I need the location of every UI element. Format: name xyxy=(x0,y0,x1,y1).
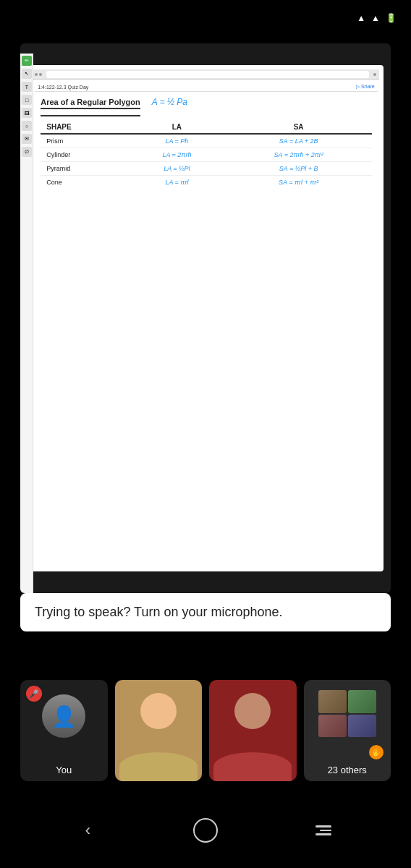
you-avatar: 👤 xyxy=(42,694,85,738)
table-row: Cylinder LA = 2πrh SA = 2πrh + 2πr² xyxy=(41,148,372,162)
browser-address-bar[interactable] xyxy=(46,71,369,78)
battery-icon: 🔋 xyxy=(386,13,397,23)
signal-icon: ▲ xyxy=(371,13,380,23)
cell-la-1: LA = 2πrh xyxy=(128,148,225,162)
sidebar-text-icon[interactable]: T xyxy=(27,82,32,92)
others-label: 23 others xyxy=(304,760,391,781)
notification-message: Trying to speak? Turn on your microphone… xyxy=(35,605,283,619)
recents-button[interactable] xyxy=(308,814,339,846)
recents-icon xyxy=(315,825,331,835)
others-cell-1 xyxy=(318,690,347,713)
jamboard-share-btn[interactable]: ▷ Share xyxy=(356,84,375,90)
sidebar-image-icon[interactable]: 🖼 xyxy=(27,108,32,118)
notification-bar: Trying to speak? Turn on your microphone… xyxy=(20,593,391,631)
cell-sa-1: SA = 2πrh + 2πr² xyxy=(226,148,372,162)
cell-la-2: LA = ½Pl xyxy=(128,162,225,176)
mute-icon: 🎤 xyxy=(29,689,39,699)
others-grid xyxy=(318,690,376,737)
you-label: You xyxy=(20,760,108,781)
others-cell-2 xyxy=(348,690,376,713)
you-avatar-inner: 👤 xyxy=(42,694,85,738)
back-button[interactable]: ‹ xyxy=(72,814,103,846)
person-silhouette-icon: 👤 xyxy=(51,705,77,728)
others-tile[interactable]: ✋ 23 others xyxy=(304,680,391,781)
col-la: LA xyxy=(128,121,225,134)
browser-dot-3 xyxy=(373,73,376,76)
lesson-toolbar: 1:4:122-12.3 Quiz Day ▷ Share xyxy=(35,82,378,92)
mute-badge: 🎤 xyxy=(26,686,42,702)
recents-line-3 xyxy=(315,833,331,835)
cell-sa-2: SA = ½Pl + B xyxy=(226,162,372,176)
participant-you-tile[interactable]: 🎤 👤 You xyxy=(20,680,108,781)
lesson-toolbar-label: 1:4:122-12.3 Quiz Day xyxy=(38,85,88,90)
cell-shape-3: Cone xyxy=(41,176,128,190)
cell-sa-0: SA = LA + 2B xyxy=(226,134,372,148)
lesson-title: Area of a Regular Polygon xyxy=(41,98,140,109)
sidebar-pen-icon[interactable]: ✏ xyxy=(27,65,32,66)
col-shape: SHAPE xyxy=(41,121,128,134)
wifi-icon: ▲ xyxy=(357,13,365,23)
recents-line-2 xyxy=(320,830,331,832)
whiteboard-area: ✏ ↖ T □ 🖼 ○ ✉ ∅ 1:4:122-12.3 Quiz Day ▷ … xyxy=(20,43,391,593)
sidebar-select-icon[interactable]: ↖ xyxy=(27,69,32,79)
sidebar-circle-icon[interactable]: ○ xyxy=(27,121,32,131)
nav-bar: ‹ xyxy=(0,807,411,854)
main-formula: A = ½ Pa xyxy=(152,97,187,107)
cell-shape-1: Cylinder xyxy=(41,148,128,162)
participant-1-video xyxy=(115,680,203,781)
table-row: Pyramid LA = ½Pl SA = ½Pl + B xyxy=(41,162,372,176)
home-button[interactable] xyxy=(190,814,221,846)
participant-2-face xyxy=(234,693,271,729)
main-screen: ✏ ↖ T □ 🖼 ○ ✉ ∅ 1:4:122-12.3 Quiz Day ▷ … xyxy=(20,43,391,593)
participants-bar: 🎤 👤 You ✋ xyxy=(20,680,391,781)
others-cell-3 xyxy=(318,715,347,738)
table-row: Prism LA = Ph SA = LA + 2B xyxy=(41,134,372,148)
participant-1-tile[interactable] xyxy=(115,680,203,781)
math-table: SHAPE LA SA Prism LA = Ph SA = LA + 2B C… xyxy=(41,121,372,189)
participant-1-face xyxy=(140,693,177,729)
browser-bar xyxy=(32,69,379,80)
sidebar-note-icon[interactable]: □ xyxy=(27,95,32,105)
recents-line-1 xyxy=(315,825,331,827)
table-row: Cone LA = πrl SA = πrl + πr² xyxy=(41,176,372,190)
cell-la-3: LA = πrl xyxy=(128,176,225,190)
raised-hand-badge: ✋ xyxy=(369,745,384,760)
participant-2-tile[interactable] xyxy=(209,680,297,781)
raised-hand-icon: ✋ xyxy=(371,748,381,757)
participant-1-shoulders xyxy=(119,752,198,781)
cell-shape-2: Pyramid xyxy=(41,162,128,176)
col-sa: SA xyxy=(226,121,372,134)
participant-2-video xyxy=(209,680,297,781)
others-cell-4 xyxy=(348,715,376,738)
back-icon: ‹ xyxy=(85,821,90,840)
lesson-content: 1:4:122-12.3 Quiz Day ▷ Share Area of a … xyxy=(32,80,379,556)
math-content: Area of a Regular Polygon A = ½ Pa SHAPE… xyxy=(35,92,378,192)
browser-dot-1 xyxy=(35,73,38,76)
cell-shape-0: Prism xyxy=(41,134,128,148)
lesson-sidebar: ✏ ↖ T □ 🖼 ○ ✉ ∅ xyxy=(27,65,33,571)
browser-dot-2 xyxy=(39,73,42,76)
participant-2-shoulders xyxy=(213,752,292,781)
cell-sa-3: SA = πrl + πr² xyxy=(226,176,372,190)
sidebar-mail-icon[interactable]: ✉ xyxy=(27,134,32,144)
cell-la-0: LA = Ph xyxy=(128,134,225,148)
status-bar: ▲ ▲ 🔋 xyxy=(0,0,411,36)
home-icon xyxy=(193,818,218,843)
whiteboard-inner: ✏ ↖ T □ 🖼 ○ ✉ ∅ 1:4:122-12.3 Quiz Day ▷ … xyxy=(27,65,384,571)
sidebar-pen2-icon[interactable]: ∅ xyxy=(27,147,32,157)
